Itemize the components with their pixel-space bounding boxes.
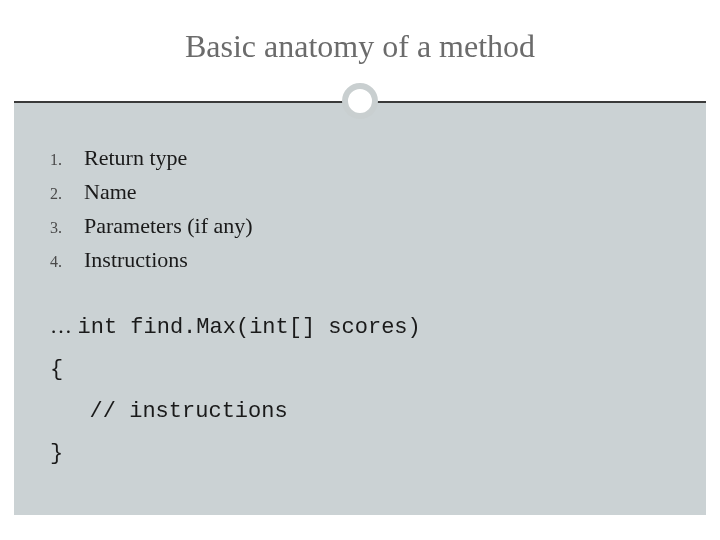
list-item: 1. Return type (50, 141, 670, 175)
list-number: 3. (50, 216, 84, 241)
list-number: 2. (50, 182, 84, 207)
title-area: Basic anatomy of a method (14, 8, 706, 75)
list-item: 3. Parameters (if any) (50, 209, 670, 243)
code-text: int find.Max(int[] scores) (78, 315, 421, 340)
code-line: // instructions (50, 391, 670, 433)
list-number: 4. (50, 250, 84, 275)
list-item: 4. Instructions (50, 243, 670, 277)
list-item: 2. Name (50, 175, 670, 209)
divider (14, 81, 706, 121)
list-number: 1. (50, 148, 84, 173)
slide-title: Basic anatomy of a method (14, 28, 706, 65)
numbered-list: 1. Return type 2. Name 3. Parameters (if… (50, 141, 670, 277)
list-text: Instructions (84, 243, 188, 277)
code-line: } (50, 433, 670, 475)
list-text: Return type (84, 141, 187, 175)
content-box: 1. Return type 2. Name 3. Parameters (if… (14, 101, 706, 515)
code-line: { (50, 349, 670, 391)
list-text: Name (84, 175, 137, 209)
divider-circle-icon (342, 83, 378, 119)
ellipsis: … (50, 313, 78, 338)
code-line: … int find.Max(int[] scores) (50, 305, 670, 349)
code-block: … int find.Max(int[] scores) { // instru… (50, 305, 670, 474)
list-text: Parameters (if any) (84, 209, 253, 243)
slide: Basic anatomy of a method 1. Return type… (0, 0, 720, 540)
